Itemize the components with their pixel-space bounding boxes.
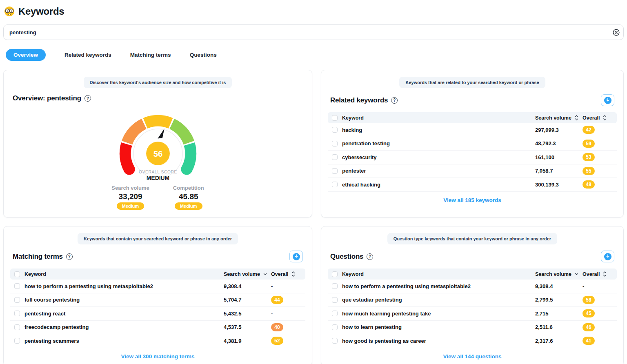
questions-table: KeywordSearch volumeOverallhow to perfor… (321, 268, 623, 348)
stat-label: Competition (173, 185, 204, 191)
overall-score-gauge: 56 OVERALL SCORE MEDIUM (110, 110, 206, 184)
column-header-keyword[interactable]: Keyword (24, 271, 224, 277)
row-checkbox[interactable] (332, 141, 338, 146)
search-volume-cell: 4,381.9 (224, 338, 271, 344)
overall-cell: 40 (271, 323, 301, 331)
competition-stat: Competition 45.85 Medium (173, 185, 204, 210)
related-panel-title: Related keywords (330, 96, 388, 104)
download-button[interactable] (601, 251, 614, 262)
overall-cell: 58 (583, 296, 613, 304)
table-row: freecodecamp pentesting4,537.540 (10, 321, 305, 335)
table-row: ethical hacking300,139.348 (328, 178, 617, 192)
keyword-cell: penetration testing (342, 140, 535, 146)
overall-score-badge: 46 (583, 323, 595, 331)
row-checkbox[interactable] (332, 338, 338, 344)
sort-icon[interactable] (574, 115, 579, 121)
column-header-search-volume[interactable]: Search volume (535, 115, 583, 121)
overall-cell: - (271, 311, 301, 317)
overall-score-badge: 59 (583, 140, 595, 148)
keyword-cell: pentesting scammers (24, 338, 224, 344)
column-header-overall[interactable]: Overall (271, 271, 301, 277)
keyword-cell: pentester (342, 168, 535, 174)
keyword-cell: freecodecamp pentesting (24, 324, 224, 330)
search-volume-cell: 48,792.3 (535, 140, 583, 146)
table-row: how to perform a pentesting using metasp… (10, 280, 305, 293)
download-icon (604, 97, 611, 104)
stat-label: Search volume (111, 185, 149, 191)
view-all-matching-terms-link[interactable]: View all 300 matching terms (4, 348, 312, 364)
row-checkbox[interactable] (332, 311, 338, 316)
row-checkbox[interactable] (14, 297, 20, 303)
help-icon[interactable]: ? (66, 253, 73, 260)
page-title: Keywords (18, 6, 64, 17)
row-checkbox[interactable] (332, 297, 338, 303)
row-checkbox[interactable] (14, 324, 20, 330)
table-row: cybersecurity161,10053 (328, 151, 617, 164)
help-icon[interactable]: ? (367, 253, 373, 260)
tab-related-keywords[interactable]: Related keywords (64, 52, 111, 58)
table-header-row: KeywordSearch volumeOverall (328, 112, 617, 123)
table-header-row: KeywordSearch volumeOverall (328, 269, 617, 280)
overall-cell: - (583, 283, 613, 289)
row-checkbox[interactable] (332, 154, 338, 160)
keyword-cell: how much learning pentesting take (342, 311, 535, 317)
select-all-checkbox[interactable] (332, 115, 338, 121)
column-header-overall[interactable]: Overall (583, 115, 613, 121)
questions-panel-title: Questions (330, 253, 363, 261)
matching-terms-panel: Keywords that contain your searched keyw… (3, 226, 312, 364)
row-checkbox[interactable] (14, 283, 20, 289)
select-all-checkbox[interactable] (14, 271, 20, 277)
column-header-keyword[interactable]: Keyword (342, 115, 535, 121)
keyword-cell: how to perform a pentesting using metasp… (24, 283, 224, 289)
search-volume-cell: 5,432.5 (224, 311, 271, 317)
overview-panel-title: Overview: pentesting (13, 94, 81, 102)
table-header-row: KeywordSearch volumeOverall (10, 269, 305, 280)
select-all-checkbox[interactable] (332, 271, 338, 277)
search-volume-cell: 2,317.6 (535, 338, 583, 344)
column-header-search-volume[interactable]: Search volume (224, 271, 271, 277)
row-checkbox[interactable] (332, 168, 338, 174)
table-row: how good is pentesting as career2,317.64… (328, 334, 617, 348)
row-checkbox[interactable] (14, 311, 20, 316)
overall-score-badge: 48 (583, 180, 595, 189)
search-volume-cell: 300,139.3 (535, 182, 583, 188)
column-header-keyword[interactable]: Keyword (342, 271, 535, 277)
keyword-cell: how to learn pentesting (342, 324, 535, 330)
search-volume-cell: 9,308.4 (224, 283, 271, 289)
table-row: penetration testing48,792.359 (328, 137, 617, 151)
sort-icon[interactable] (574, 272, 579, 276)
row-checkbox[interactable] (332, 324, 338, 330)
tab-overview[interactable]: Overview (6, 49, 46, 61)
overview-banner: Discover this keyword's audience size an… (4, 70, 312, 88)
overall-cell: - (271, 283, 301, 289)
search-volume-cell: 7,058.7 (535, 168, 583, 174)
download-button[interactable] (289, 251, 303, 262)
column-header-overall[interactable]: Overall (583, 271, 613, 277)
search-volume-cell: 2,511.6 (535, 324, 583, 330)
stat-value: 45.85 (179, 192, 198, 201)
row-checkbox[interactable] (332, 283, 338, 289)
search-volume-cell: 9,308.4 (535, 283, 583, 289)
help-icon[interactable]: ? (84, 95, 91, 102)
sort-icon[interactable] (603, 271, 607, 277)
view-all-questions-link[interactable]: View all 144 questions (321, 348, 623, 364)
related-keywords-panel: Keywords that are related to your search… (321, 70, 624, 218)
row-checkbox[interactable] (332, 182, 338, 187)
column-header-search-volume[interactable]: Search volume (535, 271, 583, 277)
sort-icon[interactable] (263, 272, 267, 276)
search-input[interactable] (3, 24, 624, 40)
tab-questions[interactable]: Questions (190, 52, 217, 58)
view-all-keywords-link[interactable]: View all 185 keywords (321, 192, 623, 209)
sort-icon[interactable] (291, 271, 296, 277)
nerd-face-emoji (4, 6, 15, 17)
tab-matching-terms[interactable]: Matching terms (130, 52, 171, 58)
sort-icon[interactable] (603, 115, 607, 121)
download-button[interactable] (601, 94, 614, 106)
keyword-cell: pentesting react (24, 311, 224, 317)
row-checkbox[interactable] (14, 338, 20, 344)
row-checkbox[interactable] (332, 127, 338, 133)
help-icon[interactable]: ? (391, 97, 398, 104)
overall-cell: 53 (583, 153, 613, 161)
clear-search-icon[interactable] (611, 27, 621, 38)
search-volume-cell: 161,100 (535, 154, 583, 160)
